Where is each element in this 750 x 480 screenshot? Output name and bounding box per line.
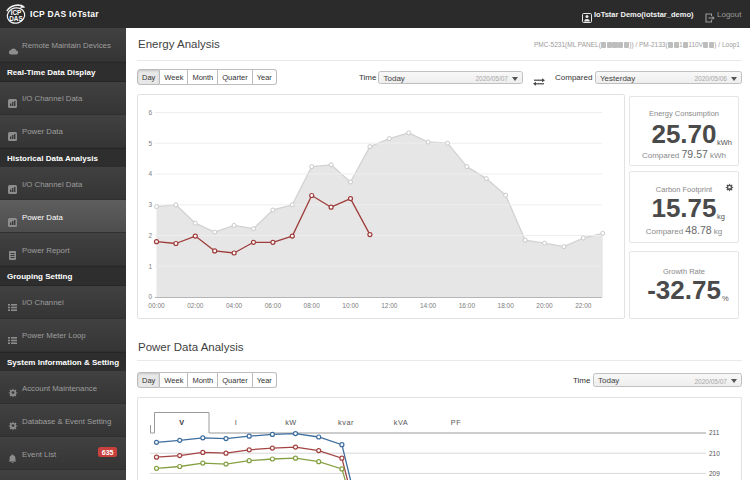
svg-text:16:00: 16:00	[459, 302, 476, 309]
svg-text:06:00: 06:00	[265, 302, 282, 309]
svg-text:PF: PF	[451, 418, 461, 427]
svg-text:02:00: 02:00	[187, 302, 204, 309]
svg-text:3: 3	[148, 201, 152, 208]
svg-text:08:00: 08:00	[304, 302, 321, 309]
svg-text:2: 2	[148, 232, 152, 239]
svg-text:22:00: 22:00	[575, 302, 592, 309]
svg-text:kW: kW	[285, 418, 297, 427]
svg-text:210: 210	[709, 450, 720, 457]
svg-text:20:00: 20:00	[536, 302, 553, 309]
svg-text:6: 6	[148, 109, 152, 116]
svg-text:DAS: DAS	[9, 15, 23, 22]
svg-text:0: 0	[148, 293, 152, 300]
svg-text:1: 1	[148, 263, 152, 270]
svg-text:04:00: 04:00	[226, 302, 243, 309]
svg-text:10:00: 10:00	[342, 302, 359, 309]
svg-text:5: 5	[148, 140, 152, 147]
svg-text:00:00: 00:00	[148, 302, 165, 309]
svg-text:4: 4	[148, 170, 152, 177]
svg-text:kVA: kVA	[394, 418, 408, 427]
svg-text:211: 211	[709, 429, 720, 436]
svg-text:kvar: kvar	[338, 418, 354, 427]
svg-text:I: I	[235, 418, 238, 427]
svg-text:209: 209	[709, 470, 720, 477]
svg-text:V: V	[179, 418, 184, 427]
svg-text:14:00: 14:00	[420, 302, 437, 309]
svg-text:12:00: 12:00	[381, 302, 398, 309]
svg-text:18:00: 18:00	[498, 302, 515, 309]
